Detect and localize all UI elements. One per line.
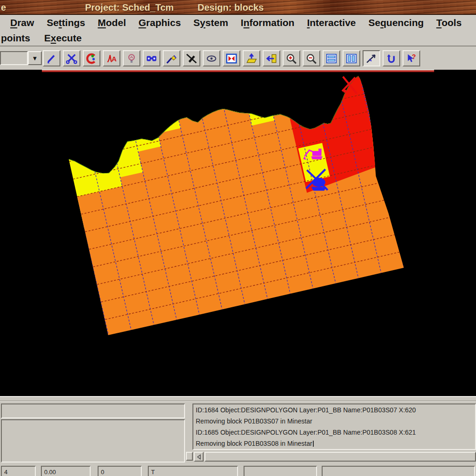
menu-item-tools[interactable]: Tools — [436, 17, 462, 28]
menu-item-interactive[interactable]: Interactive — [307, 17, 356, 28]
svg-text:A: A — [112, 55, 117, 63]
design-viewport[interactable] — [0, 70, 476, 396]
log-line: ID:1684 Object:DESIGNPOLYGON Layer:P01_B… — [193, 404, 475, 416]
zoom-in-icon — [285, 53, 298, 64]
palette-tool-button[interactable] — [83, 50, 100, 66]
scissors-icon — [66, 53, 78, 64]
no-draw-icon — [185, 53, 198, 64]
menu-item-draw[interactable]: Draw — [10, 17, 34, 28]
pencil-tool-button[interactable] — [43, 50, 60, 66]
no-draw-tool-button[interactable] — [183, 50, 200, 66]
tile-horizontal-icon — [325, 53, 337, 64]
status-field-6[interactable] — [322, 466, 475, 476]
title-bar[interactable]: e Project: Sched_Tcm Design: blocks — [0, 0, 476, 15]
binoculars-tool-button[interactable] — [143, 50, 160, 66]
panel-divider — [0, 401, 476, 402]
context-help-icon: ? — [405, 53, 417, 64]
status-field-4[interactable]: T — [148, 466, 238, 476]
tile-vertical-icon — [345, 53, 357, 64]
polyline-icon — [365, 53, 377, 64]
lightbulb-tool-button[interactable] — [123, 50, 140, 66]
log-scrollbar-thumb[interactable] — [205, 452, 476, 462]
prompt-box — [1, 403, 185, 418]
eye-icon — [205, 53, 218, 64]
menu-item-execute[interactable]: Execute — [44, 33, 82, 44]
project-label: Project: Sched_Tcm — [85, 2, 174, 13]
import-left-icon — [265, 53, 278, 64]
export-up-tool-button[interactable] — [243, 50, 260, 66]
block-model-drawing — [0, 70, 476, 396]
font-tool-button[interactable]: A — [103, 50, 120, 66]
status-panel: ID:1684 Object:DESIGNPOLYGON Layer:P01_B… — [0, 396, 476, 476]
menu-item-graphics[interactable]: Graphics — [139, 17, 181, 28]
input-echo-box[interactable] — [1, 419, 185, 463]
status-field-2[interactable]: 0.00 — [41, 466, 91, 476]
lightbulb-icon — [126, 53, 138, 64]
font-icon: A — [106, 53, 118, 64]
status-field-5[interactable] — [244, 466, 317, 476]
menu-item-model[interactable]: Model — [98, 17, 126, 28]
status-field-3[interactable]: 0 — [98, 466, 142, 476]
binoculars-icon — [145, 53, 158, 64]
left-arrow-icon — [196, 454, 202, 460]
text-cursor — [313, 441, 314, 447]
context-help-tool-button[interactable]: ? — [403, 50, 420, 66]
scroll-left-button[interactable] — [194, 452, 204, 462]
log-line: Removing block P01B03S07 in Minestar — [193, 416, 475, 427]
scissors-tool-button[interactable] — [63, 50, 80, 66]
log-line: ID:1685 Object:DESIGNPOLYGON Layer:P01_B… — [193, 427, 475, 438]
paintbrush-tool-button[interactable] — [163, 50, 180, 66]
pencil-icon — [46, 53, 58, 64]
polyline-tool-button[interactable] — [363, 50, 380, 66]
menu-item-points[interactable]: points — [1, 33, 30, 44]
status-field-1[interactable]: 4 — [1, 466, 36, 476]
tile-horizontal-tool-button[interactable] — [323, 50, 340, 66]
svg-text:?: ? — [412, 53, 416, 60]
design-label: Design: blocks — [198, 2, 264, 13]
eye-tool-button[interactable] — [203, 50, 220, 66]
log-line: Removing block P01B03S08 in Minestar — [193, 438, 475, 449]
splitter-grip[interactable] — [186, 452, 193, 461]
window-title-fragment: e — [1, 2, 6, 13]
menu-item-sequencing[interactable]: Sequencing — [369, 17, 424, 28]
zoom-out-tool-button[interactable] — [303, 50, 320, 66]
zoom-in-tool-button[interactable] — [283, 50, 300, 66]
palette-icon — [86, 53, 98, 64]
menu-bar-secondary: pointsExecute — [0, 31, 476, 46]
application-window: e Project: Sched_Tcm Design: blocks Draw… — [0, 0, 476, 476]
combo-dropdown-button[interactable]: ▼ — [28, 51, 42, 65]
menu-bar-main: DrawSettingsModelGraphicsSystemInformati… — [0, 15, 476, 31]
menu-item-information[interactable]: Information — [241, 17, 295, 28]
toolbar: ▼ A — [0, 46, 476, 70]
menu-item-settings[interactable]: Settings — [46, 17, 85, 28]
undo-icon — [385, 53, 397, 64]
mirror-view-icon — [225, 53, 238, 64]
menu-item-system[interactable]: System — [193, 17, 228, 28]
tile-vertical-tool-button[interactable] — [343, 50, 360, 66]
paintbrush-icon — [165, 53, 178, 64]
import-left-tool-button[interactable] — [263, 50, 280, 66]
export-up-icon — [245, 53, 258, 64]
layer-combo-field[interactable] — [0, 51, 28, 65]
zoom-out-icon — [305, 53, 317, 64]
message-log[interactable]: ID:1684 Object:DESIGNPOLYGON Layer:P01_B… — [192, 403, 476, 450]
mirror-view-tool-button[interactable] — [223, 50, 240, 66]
undo-tool-button[interactable] — [383, 50, 400, 66]
